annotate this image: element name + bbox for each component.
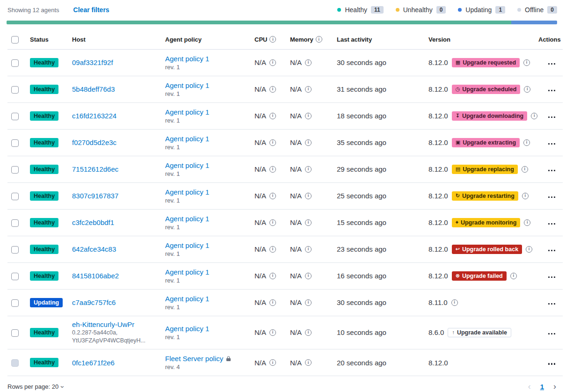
legend-item-updating[interactable]: Updating 1 bbox=[458, 6, 505, 14]
column-header-memory[interactable]: Memoryi bbox=[286, 30, 333, 49]
info-icon[interactable]: i bbox=[305, 273, 312, 279]
upgrade-info-icon[interactable]: i bbox=[510, 273, 517, 279]
upgrade-info-icon[interactable]: i bbox=[526, 246, 532, 253]
row-actions-button[interactable] bbox=[546, 357, 558, 368]
row-actions-button[interactable] bbox=[546, 164, 558, 174]
host-link[interactable]: 71512612d6ec bbox=[72, 165, 118, 173]
info-icon[interactable]: i bbox=[305, 299, 312, 306]
info-icon[interactable]: i bbox=[305, 59, 312, 66]
agent-policy-link[interactable]: Agent policy 1 bbox=[165, 295, 209, 303]
host-link[interactable]: 0fc1e671f2e6 bbox=[72, 359, 115, 367]
info-icon[interactable]: i bbox=[269, 299, 276, 306]
agent-policy-link[interactable]: Agent policy 1 bbox=[165, 215, 209, 223]
row-checkbox[interactable] bbox=[11, 359, 19, 367]
info-icon[interactable]: i bbox=[269, 86, 276, 93]
row-checkbox[interactable] bbox=[11, 59, 19, 67]
row-actions-button[interactable] bbox=[546, 190, 558, 201]
upgrade-info-icon[interactable]: i bbox=[524, 86, 530, 93]
info-icon[interactable]: i bbox=[305, 329, 312, 336]
agent-policy-link[interactable]: Agent policy 1 bbox=[165, 55, 209, 63]
row-checkbox[interactable] bbox=[11, 273, 19, 280]
column-header-cpu[interactable]: CPUi bbox=[251, 30, 286, 49]
upgrade-info-icon[interactable]: i bbox=[523, 139, 530, 146]
info-icon[interactable]: i bbox=[305, 139, 312, 146]
host-link[interactable]: eh-Kittencurly-UwPr bbox=[72, 320, 134, 328]
agent-policy-link[interactable]: Agent policy 1 bbox=[165, 108, 209, 116]
row-checkbox[interactable] bbox=[11, 329, 19, 337]
upgrade-info-icon[interactable]: i bbox=[522, 193, 529, 199]
agent-policy-link[interactable]: Agent policy 1 bbox=[165, 268, 209, 276]
agent-policy-link[interactable]: Agent policy 1 bbox=[165, 325, 209, 333]
info-icon[interactable]: i bbox=[305, 193, 312, 199]
agent-policy-link[interactable]: Agent policy 1 bbox=[165, 135, 209, 143]
host-link[interactable]: c3fc2eb0bdf1 bbox=[72, 218, 114, 226]
column-header-version[interactable]: Version bbox=[425, 30, 535, 49]
row-checkbox[interactable] bbox=[11, 166, 19, 174]
info-icon[interactable]: i bbox=[269, 329, 276, 336]
previous-page-button[interactable]: ‹ bbox=[528, 382, 531, 392]
column-header-status[interactable]: Status bbox=[26, 30, 68, 49]
info-icon[interactable]: i bbox=[305, 359, 312, 366]
row-checkbox[interactable] bbox=[11, 86, 19, 94]
row-actions-button[interactable] bbox=[546, 217, 558, 228]
row-checkbox[interactable] bbox=[11, 246, 19, 254]
info-icon[interactable]: i bbox=[269, 273, 276, 279]
info-icon[interactable]: i bbox=[305, 166, 312, 173]
page-number-current[interactable]: 1 bbox=[540, 383, 544, 391]
agent-policy-link[interactable]: Agent policy 1 bbox=[165, 241, 209, 249]
info-icon[interactable]: i bbox=[269, 59, 276, 66]
host-link[interactable]: f0270d5d2e3c bbox=[72, 138, 116, 146]
host-link[interactable]: 642afce34c83 bbox=[72, 245, 116, 253]
column-header-policy[interactable]: Agent policy bbox=[161, 30, 251, 49]
row-actions-button[interactable] bbox=[546, 327, 558, 338]
host-link[interactable]: c7aa9c757fc6 bbox=[72, 298, 116, 306]
info-icon[interactable]: i bbox=[269, 36, 276, 43]
info-icon[interactable]: i bbox=[269, 359, 276, 366]
info-icon[interactable]: i bbox=[269, 166, 276, 173]
host-link[interactable]: c16fd2163224 bbox=[72, 112, 116, 120]
info-icon[interactable]: i bbox=[269, 193, 276, 199]
info-icon[interactable]: i bbox=[316, 36, 322, 43]
info-icon[interactable]: i bbox=[269, 219, 276, 226]
upgrade-info-icon[interactable]: i bbox=[522, 166, 528, 173]
row-checkbox[interactable] bbox=[11, 193, 19, 200]
upgrade-info-icon[interactable]: i bbox=[524, 219, 530, 226]
legend-item-healthy[interactable]: Healthy 11 bbox=[337, 6, 383, 14]
row-checkbox[interactable] bbox=[11, 139, 19, 147]
upgrade-info-icon[interactable]: i bbox=[531, 113, 537, 119]
info-icon[interactable]: i bbox=[305, 86, 312, 93]
row-actions-button[interactable] bbox=[546, 244, 558, 254]
clear-filters-button[interactable]: Clear filters bbox=[73, 6, 109, 14]
agent-policy-link[interactable]: Agent policy 1 bbox=[165, 81, 209, 89]
column-header-host[interactable]: Host bbox=[68, 30, 161, 49]
agent-policy-link[interactable]: Agent policy 1 bbox=[165, 161, 209, 169]
info-icon[interactable]: i bbox=[305, 113, 312, 119]
host-link[interactable]: 09af3321f92f bbox=[72, 58, 113, 66]
host-link[interactable]: 84158106abe2 bbox=[72, 272, 119, 280]
next-page-button[interactable]: › bbox=[553, 382, 556, 392]
row-actions-button[interactable] bbox=[546, 110, 558, 121]
rows-per-page-button[interactable]: Rows per page: 20 › bbox=[7, 383, 64, 391]
info-icon[interactable]: i bbox=[305, 246, 312, 253]
upgrade-info-icon[interactable]: i bbox=[523, 59, 530, 66]
info-icon[interactable]: i bbox=[269, 139, 276, 146]
info-icon[interactable]: i bbox=[269, 246, 276, 253]
row-checkbox[interactable] bbox=[11, 299, 19, 307]
row-actions-button[interactable] bbox=[546, 270, 558, 281]
column-header-last-activity[interactable]: Last activity bbox=[333, 30, 425, 49]
row-checkbox[interactable] bbox=[11, 219, 19, 227]
agent-policy-link[interactable]: Agent policy 1 bbox=[165, 188, 209, 196]
version-info-icon[interactable]: i bbox=[451, 299, 458, 306]
agent-policy-link[interactable]: Fleet Server policy bbox=[165, 355, 223, 363]
row-actions-button[interactable] bbox=[546, 57, 558, 68]
row-actions-button[interactable] bbox=[546, 84, 558, 94]
legend-item-unhealthy[interactable]: Unhealthy 0 bbox=[396, 6, 446, 14]
row-actions-button[interactable] bbox=[546, 297, 558, 308]
host-link[interactable]: 5b48deff76d3 bbox=[72, 85, 115, 93]
host-link[interactable]: 8307c9167837 bbox=[72, 192, 118, 200]
row-actions-button[interactable] bbox=[546, 137, 558, 148]
info-icon[interactable]: i bbox=[305, 219, 312, 226]
select-all-checkbox[interactable] bbox=[11, 36, 19, 44]
row-checkbox[interactable] bbox=[11, 113, 19, 120]
legend-item-offline[interactable]: Offline 0 bbox=[517, 6, 557, 14]
